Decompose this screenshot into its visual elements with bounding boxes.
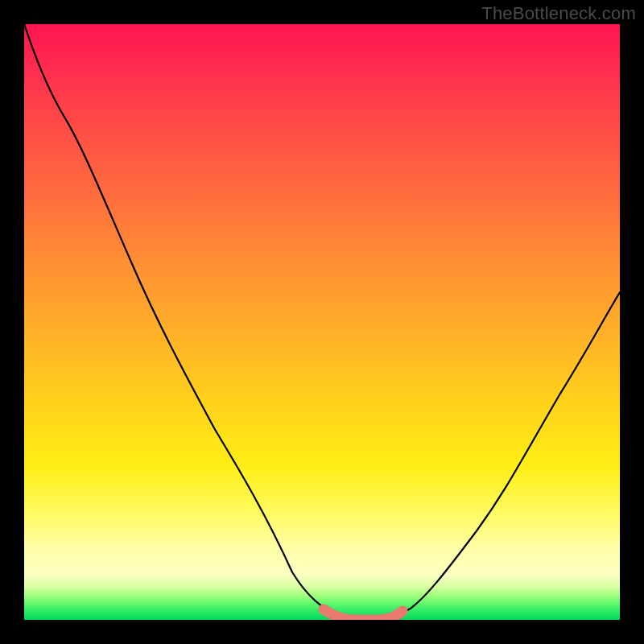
curve-path (24, 24, 620, 620)
bottleneck-curve (24, 24, 620, 620)
chart-frame: TheBottleneck.com (0, 0, 644, 644)
optimal-range-highlight (324, 609, 402, 620)
plot-area (24, 24, 620, 620)
attribution-text: TheBottleneck.com (481, 3, 636, 24)
